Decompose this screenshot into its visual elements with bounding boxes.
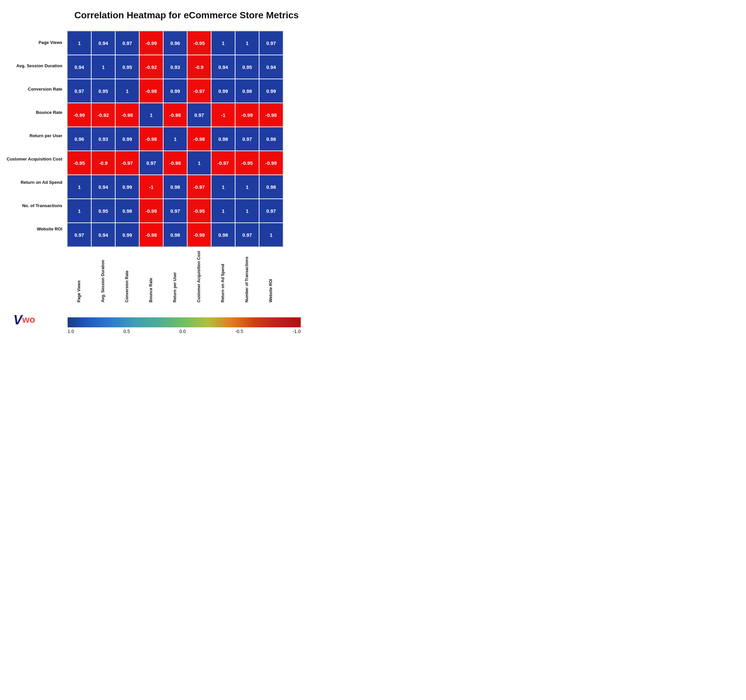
cell-2-5: -0.97	[188, 79, 211, 102]
cell-8-2: 0.99	[116, 223, 139, 246]
cell-0-6: 1	[212, 31, 235, 55]
cell-1-3: -0.92	[140, 55, 163, 79]
cell-6-4: 0.98	[164, 175, 187, 198]
cell-5-2: -0.97	[116, 151, 139, 174]
col-label-8: Website ROI	[268, 249, 273, 302]
cell-3-0: -0.99	[68, 103, 91, 126]
cell-8-6: 0.98	[212, 223, 235, 246]
row-label-5: Customer Acquisition Cost	[7, 147, 64, 171]
cell-3-3: 1	[140, 103, 163, 126]
cell-0-7: 1	[235, 31, 259, 55]
col-label-5: Customer Acquisition Cost	[197, 249, 201, 302]
cell-6-0: 1	[68, 175, 91, 198]
cell-6-7: 1	[235, 175, 259, 198]
cell-8-8: 1	[259, 223, 283, 246]
col-label-2: Conversion Rate	[125, 249, 129, 302]
col-label-wrapper-5: Customer Acquisition Cost	[187, 249, 211, 302]
cell-0-2: 0.97	[116, 31, 139, 55]
cell-1-0: 0.94	[68, 55, 91, 79]
col-label-wrapper-8: Website ROI	[259, 249, 283, 302]
cell-5-3: 0.97	[140, 151, 163, 174]
cell-6-5: -0.97	[188, 175, 211, 198]
legend: 1.0 0.5 0.0 -0.5 -1.0	[68, 317, 301, 327]
cell-4-3: -0.98	[140, 127, 163, 150]
cell-8-7: 0.97	[235, 223, 259, 246]
cell-4-0: 0.96	[68, 127, 91, 150]
col-label-1: Avg. Session Duration	[101, 249, 105, 302]
cell-6-3: -1	[140, 175, 163, 198]
cell-8-5: -0.99	[188, 223, 211, 246]
cell-3-1: -0.92	[92, 103, 115, 126]
cell-8-1: 0.94	[92, 223, 115, 246]
row-label-1: Avg. Session Duration	[7, 54, 64, 77]
cell-0-4: 0.96	[164, 31, 187, 55]
cell-4-1: 0.93	[92, 127, 115, 150]
cell-7-6: 1	[212, 199, 235, 222]
cell-7-3: -0.99	[140, 199, 163, 222]
grid-container: 10.940.97-0.990.96-0.95110.970.9410.95-0…	[67, 31, 283, 302]
row-labels-container: Page ViewsAvg. Session DurationConversio…	[7, 31, 64, 240]
col-label-wrapper-0: Page Views	[67, 249, 90, 302]
row-label-2: Conversion Rate	[7, 77, 64, 101]
cell-0-8: 0.97	[259, 31, 283, 55]
cell-2-3: -0.98	[140, 79, 163, 102]
cell-4-5: -0.98	[188, 127, 211, 150]
cell-6-2: 0.99	[116, 175, 139, 198]
cell-2-7: 0.98	[235, 79, 259, 102]
cell-4-6: 0.98	[212, 127, 235, 150]
cell-1-7: 0.95	[235, 55, 259, 79]
col-label-wrapper-3: Bounce Rate	[139, 249, 162, 302]
cell-5-1: -0.9	[92, 151, 115, 174]
logo: Vwo	[14, 312, 35, 327]
cell-5-7: -0.95	[235, 151, 259, 174]
row-label-4: Return per User	[7, 124, 64, 147]
cell-3-2: -0.98	[116, 103, 139, 126]
row-label-7: No. of Transactions	[7, 194, 64, 217]
cell-1-8: 0.94	[259, 55, 283, 79]
cell-7-4: 0.97	[164, 199, 187, 222]
cell-8-3: -0.98	[140, 223, 163, 246]
cell-8-4: 0.98	[164, 223, 187, 246]
cell-6-1: 0.94	[92, 175, 115, 198]
cell-5-5: 1	[188, 151, 211, 174]
cell-3-5: 0.97	[188, 103, 211, 126]
cell-2-1: 0.95	[92, 79, 115, 102]
cell-8-0: 0.97	[68, 223, 91, 246]
cell-7-2: 0.98	[116, 199, 139, 222]
cell-5-8: -0.99	[259, 151, 283, 174]
cell-2-6: 0.99	[212, 79, 235, 102]
row-label-0: Page Views	[7, 31, 64, 54]
heatmap-grid: 10.940.97-0.990.96-0.95110.970.9410.95-0…	[67, 31, 283, 247]
cell-2-8: 0.99	[259, 79, 283, 102]
row-label-3: Bounce Rate	[7, 101, 64, 124]
cell-0-0: 1	[68, 31, 91, 55]
col-label-4: Return per User	[173, 249, 177, 302]
col-label-wrapper-6: Return on Ad Spend	[211, 249, 235, 302]
col-labels-container: Page ViewsAvg. Session DurationConversio…	[67, 249, 283, 302]
cell-3-7: -0.99	[235, 103, 259, 126]
col-label-wrapper-7: Number of Transactions	[235, 249, 259, 302]
cell-2-4: 0.99	[164, 79, 187, 102]
cell-5-4: -0.98	[164, 151, 187, 174]
cell-4-8: 0.98	[259, 127, 283, 150]
cell-1-4: 0.93	[164, 55, 187, 79]
cell-5-0: -0.95	[68, 151, 91, 174]
row-label-6: Return on Ad Spend	[7, 171, 64, 194]
cell-1-6: 0.94	[212, 55, 235, 79]
cell-0-5: -0.95	[188, 31, 211, 55]
col-label-3: Bounce Rate	[149, 249, 153, 302]
col-label-wrapper-4: Return per User	[163, 249, 186, 302]
cell-0-1: 0.94	[92, 31, 115, 55]
cell-1-2: 0.95	[116, 55, 139, 79]
cell-4-7: 0.97	[235, 127, 259, 150]
cell-0-3: -0.99	[140, 31, 163, 55]
cell-7-5: -0.95	[188, 199, 211, 222]
cell-4-2: 0.99	[116, 127, 139, 150]
col-label-0: Page Views	[77, 249, 81, 302]
cell-3-4: -0.98	[164, 103, 187, 126]
cell-2-2: 1	[116, 79, 139, 102]
col-label-wrapper-2: Conversion Rate	[115, 249, 138, 302]
cell-7-1: 0.95	[92, 199, 115, 222]
col-label-7: Number of Transactions	[244, 249, 249, 302]
cell-7-0: 1	[68, 199, 91, 222]
